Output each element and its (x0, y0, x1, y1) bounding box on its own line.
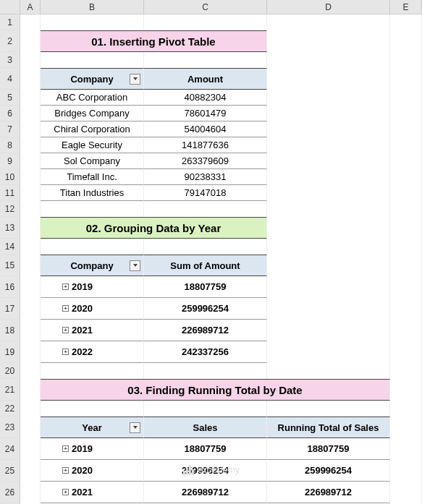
pivot-header-sales: Sales (144, 417, 267, 438)
running-cell[interactable]: 226989712 (267, 482, 390, 503)
expand-icon[interactable]: + (62, 467, 69, 474)
row-header[interactable]: 13 (0, 217, 20, 239)
row-header[interactable]: 17 (0, 298, 20, 320)
company-cell[interactable]: Timefall Inc. (41, 169, 144, 185)
row-header[interactable]: 16 (0, 276, 20, 298)
pivot-header-running: Running Total of Sales (267, 417, 390, 438)
year-cell[interactable]: +2021 (41, 320, 144, 341)
running-cell[interactable]: 259996254 (267, 460, 390, 482)
row-header[interactable]: 22 (0, 401, 20, 417)
col-header-E[interactable]: E (390, 0, 422, 14)
expand-icon[interactable]: + (62, 445, 69, 452)
sum-cell[interactable]: 18807759 (144, 276, 267, 298)
year-cell[interactable]: +2019 (41, 276, 144, 298)
running-cell[interactable]: 18807759 (267, 438, 390, 460)
row-header[interactable]: 11 (0, 185, 20, 201)
col-header-C[interactable]: C (144, 0, 267, 14)
col-header-A[interactable]: A (20, 0, 41, 14)
amount-cell[interactable]: 78601479 (144, 106, 267, 121)
company-cell[interactable]: Bridges Company (41, 106, 144, 121)
pivot-header-amount: Amount (144, 68, 267, 90)
header-label: Company (70, 260, 113, 271)
row-header[interactable]: 7 (0, 121, 20, 137)
company-cell[interactable]: ABC Corporation (41, 90, 144, 106)
row-header[interactable]: 26 (0, 482, 20, 503)
spreadsheet-grid: A B C D E 1 2 01. Inserting Pivot Table … (0, 0, 422, 504)
row-header[interactable]: 9 (0, 153, 20, 169)
sales-cell[interactable]: 226989712 (144, 482, 267, 503)
section-title-2: 02. Grouping Data by Year (41, 217, 267, 239)
row-header[interactable]: 1 (0, 14, 20, 30)
row-header[interactable]: 24 (0, 438, 20, 460)
amount-cell[interactable]: 54004604 (144, 121, 267, 137)
company-cell[interactable]: Eagle Security (41, 137, 144, 153)
select-all-corner[interactable] (0, 0, 20, 14)
pivot-header-year[interactable]: Year (41, 417, 144, 438)
row-header[interactable]: 4 (0, 68, 20, 90)
row-header[interactable]: 12 (0, 201, 20, 217)
filter-dropdown-icon[interactable] (130, 422, 140, 433)
year-label: 2020 (72, 303, 93, 314)
row-header[interactable]: 23 (0, 417, 20, 438)
row-header[interactable]: 6 (0, 106, 20, 121)
header-label: Year (82, 422, 101, 433)
row-header[interactable]: 15 (0, 255, 20, 276)
row-header[interactable]: 8 (0, 137, 20, 153)
amount-cell[interactable]: 40882304 (144, 90, 267, 106)
filter-dropdown-icon[interactable] (130, 260, 140, 271)
sum-cell[interactable]: 259996254 (144, 298, 267, 320)
company-cell[interactable]: Chiral Corporation (41, 121, 144, 137)
row-header[interactable]: 20 (0, 363, 20, 379)
year-label: 2022 (72, 346, 93, 357)
row-header[interactable]: 25 (0, 460, 20, 482)
pivot-header-sum: Sum of Amount (144, 255, 267, 276)
year-cell[interactable]: +2019 (41, 438, 144, 460)
year-cell[interactable]: +2020 (41, 298, 144, 320)
sum-cell[interactable]: 242337256 (144, 341, 267, 363)
row-header[interactable]: 19 (0, 341, 20, 363)
year-label: 2021 (72, 325, 93, 336)
row-header[interactable]: 18 (0, 320, 20, 341)
expand-icon[interactable]: + (62, 327, 69, 333)
header-label: Company (70, 74, 113, 85)
row-header[interactable]: 5 (0, 90, 20, 106)
column-header-row: A B C D E (0, 0, 422, 14)
sum-cell[interactable]: 226989712 (144, 320, 267, 341)
sales-cell[interactable]: 18807759 (144, 438, 267, 460)
year-cell[interactable]: +2021 (41, 482, 144, 503)
col-header-D[interactable]: D (267, 0, 390, 14)
amount-cell[interactable]: 90238331 (144, 169, 267, 185)
col-header-B[interactable]: B (41, 0, 144, 14)
row-header[interactable]: 21 (0, 379, 20, 401)
pivot-header-company[interactable]: Company (41, 68, 144, 90)
filter-dropdown-icon[interactable] (130, 74, 140, 85)
sales-cell[interactable]: 259996254 (144, 460, 267, 482)
expand-icon[interactable]: + (62, 349, 69, 355)
amount-cell[interactable]: 141877636 (144, 137, 267, 153)
section-title-3: 03. Finding Running Total by Date (41, 379, 390, 401)
year-cell[interactable]: +2022 (41, 341, 144, 363)
year-label: 2019 (72, 281, 93, 292)
expand-icon[interactable]: + (62, 283, 69, 290)
expand-icon[interactable]: + (62, 489, 69, 495)
row-header[interactable]: 10 (0, 169, 20, 185)
row-header[interactable]: 14 (0, 239, 20, 255)
company-cell[interactable]: Sol Company (41, 153, 144, 169)
row-header[interactable]: 3 (0, 52, 20, 68)
amount-cell[interactable]: 263379609 (144, 153, 267, 169)
year-cell[interactable]: +2020 (41, 460, 144, 482)
section-title-1: 01. Inserting Pivot Table (41, 30, 267, 52)
company-cell[interactable]: Titan Industries (41, 185, 144, 201)
amount-cell[interactable]: 79147018 (144, 185, 267, 201)
year-label: 2019 (72, 443, 93, 454)
row-header[interactable]: 2 (0, 30, 20, 52)
expand-icon[interactable]: + (62, 305, 69, 312)
pivot-header-company-2[interactable]: Company (41, 255, 144, 276)
year-label: 2021 (72, 487, 93, 497)
year-label: 2020 (72, 465, 93, 476)
